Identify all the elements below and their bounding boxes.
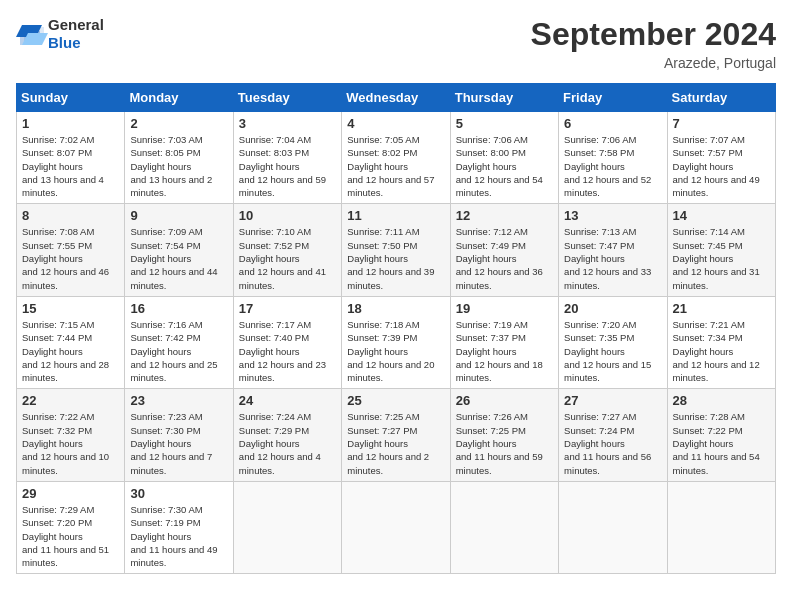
col-sunday: Sunday [17, 84, 125, 112]
table-row [559, 481, 667, 573]
day-info: Sunrise: 7:23 AM Sunset: 7:30 PM Dayligh… [130, 410, 227, 476]
week-row-4: 22 Sunrise: 7:22 AM Sunset: 7:32 PM Dayl… [17, 389, 776, 481]
day-number: 15 [22, 301, 119, 316]
day-info: Sunrise: 7:14 AM Sunset: 7:45 PM Dayligh… [673, 225, 770, 291]
day-number: 7 [673, 116, 770, 131]
day-number: 25 [347, 393, 444, 408]
table-row: 3 Sunrise: 7:04 AM Sunset: 8:03 PM Dayli… [233, 112, 341, 204]
day-number: 24 [239, 393, 336, 408]
table-row: 18 Sunrise: 7:18 AM Sunset: 7:39 PM Dayl… [342, 296, 450, 388]
logo-general-text: General [48, 16, 104, 33]
table-row: 7 Sunrise: 7:07 AM Sunset: 7:57 PM Dayli… [667, 112, 775, 204]
day-info: Sunrise: 7:24 AM Sunset: 7:29 PM Dayligh… [239, 410, 336, 476]
col-friday: Friday [559, 84, 667, 112]
day-info: Sunrise: 7:20 AM Sunset: 7:35 PM Dayligh… [564, 318, 661, 384]
day-number: 22 [22, 393, 119, 408]
table-row: 6 Sunrise: 7:06 AM Sunset: 7:58 PM Dayli… [559, 112, 667, 204]
col-monday: Monday [125, 84, 233, 112]
header-row: Sunday Monday Tuesday Wednesday Thursday… [17, 84, 776, 112]
table-row: 25 Sunrise: 7:25 AM Sunset: 7:27 PM Dayl… [342, 389, 450, 481]
table-row: 24 Sunrise: 7:24 AM Sunset: 7:29 PM Dayl… [233, 389, 341, 481]
day-info: Sunrise: 7:27 AM Sunset: 7:24 PM Dayligh… [564, 410, 661, 476]
table-row: 16 Sunrise: 7:16 AM Sunset: 7:42 PM Dayl… [125, 296, 233, 388]
day-number: 14 [673, 208, 770, 223]
table-row: 9 Sunrise: 7:09 AM Sunset: 7:54 PM Dayli… [125, 204, 233, 296]
day-info: Sunrise: 7:21 AM Sunset: 7:34 PM Dayligh… [673, 318, 770, 384]
calendar-table: Sunday Monday Tuesday Wednesday Thursday… [16, 83, 776, 574]
day-info: Sunrise: 7:17 AM Sunset: 7:40 PM Dayligh… [239, 318, 336, 384]
table-row: 4 Sunrise: 7:05 AM Sunset: 8:02 PM Dayli… [342, 112, 450, 204]
day-info: Sunrise: 7:05 AM Sunset: 8:02 PM Dayligh… [347, 133, 444, 199]
day-info: Sunrise: 7:16 AM Sunset: 7:42 PM Dayligh… [130, 318, 227, 384]
table-row: 20 Sunrise: 7:20 AM Sunset: 7:35 PM Dayl… [559, 296, 667, 388]
day-info: Sunrise: 7:07 AM Sunset: 7:57 PM Dayligh… [673, 133, 770, 199]
day-info: Sunrise: 7:19 AM Sunset: 7:37 PM Dayligh… [456, 318, 553, 384]
day-number: 8 [22, 208, 119, 223]
table-row: 21 Sunrise: 7:21 AM Sunset: 7:34 PM Dayl… [667, 296, 775, 388]
table-row: 29 Sunrise: 7:29 AM Sunset: 7:20 PM Dayl… [17, 481, 125, 573]
day-info: Sunrise: 7:12 AM Sunset: 7:49 PM Dayligh… [456, 225, 553, 291]
table-row: 11 Sunrise: 7:11 AM Sunset: 7:50 PM Dayl… [342, 204, 450, 296]
day-number: 26 [456, 393, 553, 408]
day-number: 18 [347, 301, 444, 316]
day-number: 6 [564, 116, 661, 131]
day-number: 13 [564, 208, 661, 223]
day-info: Sunrise: 7:09 AM Sunset: 7:54 PM Dayligh… [130, 225, 227, 291]
day-number: 3 [239, 116, 336, 131]
day-number: 16 [130, 301, 227, 316]
day-number: 4 [347, 116, 444, 131]
table-row: 26 Sunrise: 7:26 AM Sunset: 7:25 PM Dayl… [450, 389, 558, 481]
day-info: Sunrise: 7:30 AM Sunset: 7:19 PM Dayligh… [130, 503, 227, 569]
day-info: Sunrise: 7:22 AM Sunset: 7:32 PM Dayligh… [22, 410, 119, 476]
table-row: 1 Sunrise: 7:02 AM Sunset: 8:07 PM Dayli… [17, 112, 125, 204]
day-info: Sunrise: 7:11 AM Sunset: 7:50 PM Dayligh… [347, 225, 444, 291]
day-info: Sunrise: 7:13 AM Sunset: 7:47 PM Dayligh… [564, 225, 661, 291]
table-row [342, 481, 450, 573]
logo-blue-text: Blue [48, 34, 81, 51]
table-row: 17 Sunrise: 7:17 AM Sunset: 7:40 PM Dayl… [233, 296, 341, 388]
day-number: 10 [239, 208, 336, 223]
week-row-5: 29 Sunrise: 7:29 AM Sunset: 7:20 PM Dayl… [17, 481, 776, 573]
day-number: 1 [22, 116, 119, 131]
table-row: 8 Sunrise: 7:08 AM Sunset: 7:55 PM Dayli… [17, 204, 125, 296]
day-info: Sunrise: 7:03 AM Sunset: 8:05 PM Dayligh… [130, 133, 227, 199]
table-row: 27 Sunrise: 7:27 AM Sunset: 7:24 PM Dayl… [559, 389, 667, 481]
logo-icon [16, 23, 44, 45]
day-info: Sunrise: 7:06 AM Sunset: 7:58 PM Dayligh… [564, 133, 661, 199]
day-info: Sunrise: 7:10 AM Sunset: 7:52 PM Dayligh… [239, 225, 336, 291]
day-number: 27 [564, 393, 661, 408]
day-number: 28 [673, 393, 770, 408]
day-number: 11 [347, 208, 444, 223]
table-row [450, 481, 558, 573]
table-row: 22 Sunrise: 7:22 AM Sunset: 7:32 PM Dayl… [17, 389, 125, 481]
table-row: 23 Sunrise: 7:23 AM Sunset: 7:30 PM Dayl… [125, 389, 233, 481]
week-row-1: 1 Sunrise: 7:02 AM Sunset: 8:07 PM Dayli… [17, 112, 776, 204]
col-tuesday: Tuesday [233, 84, 341, 112]
day-info: Sunrise: 7:29 AM Sunset: 7:20 PM Dayligh… [22, 503, 119, 569]
day-info: Sunrise: 7:02 AM Sunset: 8:07 PM Dayligh… [22, 133, 119, 199]
logo: General Blue [16, 16, 104, 52]
day-number: 9 [130, 208, 227, 223]
week-row-2: 8 Sunrise: 7:08 AM Sunset: 7:55 PM Dayli… [17, 204, 776, 296]
table-row [233, 481, 341, 573]
table-row: 13 Sunrise: 7:13 AM Sunset: 7:47 PM Dayl… [559, 204, 667, 296]
day-info: Sunrise: 7:25 AM Sunset: 7:27 PM Dayligh… [347, 410, 444, 476]
day-number: 20 [564, 301, 661, 316]
calendar-title: September 2024 [531, 16, 776, 53]
table-row [667, 481, 775, 573]
table-row: 10 Sunrise: 7:10 AM Sunset: 7:52 PM Dayl… [233, 204, 341, 296]
day-number: 23 [130, 393, 227, 408]
table-row: 19 Sunrise: 7:19 AM Sunset: 7:37 PM Dayl… [450, 296, 558, 388]
header: General Blue September 2024 Arazede, Por… [16, 16, 776, 71]
col-thursday: Thursday [450, 84, 558, 112]
day-info: Sunrise: 7:18 AM Sunset: 7:39 PM Dayligh… [347, 318, 444, 384]
table-row: 2 Sunrise: 7:03 AM Sunset: 8:05 PM Dayli… [125, 112, 233, 204]
col-wednesday: Wednesday [342, 84, 450, 112]
day-number: 29 [22, 486, 119, 501]
day-info: Sunrise: 7:15 AM Sunset: 7:44 PM Dayligh… [22, 318, 119, 384]
title-area: September 2024 Arazede, Portugal [531, 16, 776, 71]
day-info: Sunrise: 7:28 AM Sunset: 7:22 PM Dayligh… [673, 410, 770, 476]
day-info: Sunrise: 7:26 AM Sunset: 7:25 PM Dayligh… [456, 410, 553, 476]
calendar-subtitle: Arazede, Portugal [531, 55, 776, 71]
day-info: Sunrise: 7:04 AM Sunset: 8:03 PM Dayligh… [239, 133, 336, 199]
